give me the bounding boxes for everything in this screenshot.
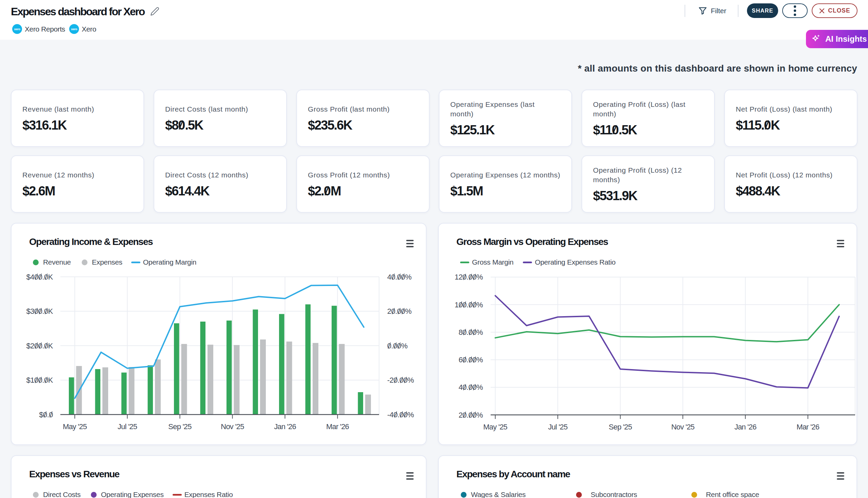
svg-text:Nov '25: Nov '25 — [671, 423, 695, 431]
svg-text:100.00%: 100.00% — [455, 301, 483, 309]
svg-text:Jan '26: Jan '26 — [734, 423, 757, 431]
svg-text:-20.00%: -20.00% — [387, 376, 414, 384]
svg-text:Mar '26: Mar '26 — [326, 422, 349, 431]
svg-text:Jul '25: Jul '25 — [548, 423, 567, 431]
svg-text:Sep '25: Sep '25 — [609, 423, 632, 431]
svg-text:Sep '25: Sep '25 — [168, 422, 191, 431]
svg-text:xero: xero — [14, 27, 21, 31]
svg-text:Jan '26: Jan '26 — [274, 422, 296, 431]
svg-text:$100.0K: $100.0K — [26, 376, 53, 384]
svg-text:Jul '25: Jul '25 — [118, 422, 137, 431]
svg-text:$200.0K: $200.0K — [26, 342, 53, 350]
svg-text:xero: xero — [71, 27, 78, 31]
svg-text:May '25: May '25 — [63, 422, 87, 431]
svg-text:120.00%: 120.00% — [455, 273, 483, 281]
svg-text:Nov '25: Nov '25 — [221, 422, 244, 431]
svg-text:-40.00%: -40.00% — [387, 410, 414, 419]
svg-text:$400.0K: $400.0K — [26, 273, 53, 281]
svg-text:Mar '26: Mar '26 — [797, 423, 819, 431]
svg-text:May '25: May '25 — [483, 423, 507, 431]
svg-text:$300.0K: $300.0K — [26, 307, 53, 315]
